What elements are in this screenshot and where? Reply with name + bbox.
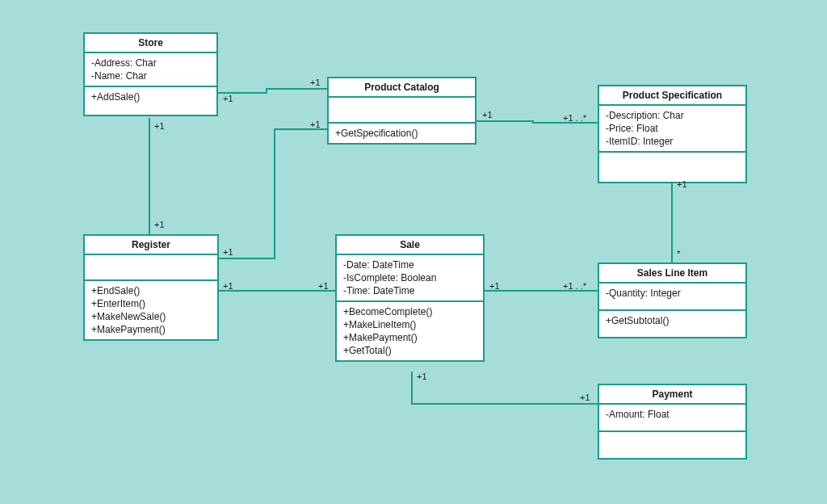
- class-title: Store: [85, 34, 216, 53]
- class-title: Sale: [337, 236, 483, 255]
- method: +MakePayment(): [91, 323, 211, 336]
- method: +MakePayment(): [343, 331, 476, 344]
- multiplicity: +1: [489, 281, 500, 291]
- multiplicity: +1: [310, 120, 321, 129]
- attribute: -Description: Char: [606, 109, 739, 122]
- attribute: -Name: Char: [91, 69, 210, 82]
- attribute: -Address: Char: [91, 57, 210, 69]
- class-title: Payment: [599, 385, 745, 405]
- class-register[interactable]: Register +EndSale() +EnterItem() +MakeNe…: [83, 234, 219, 341]
- multiplicity: +1: [310, 78, 321, 87]
- method: +MakeLineItem(): [343, 318, 476, 331]
- class-product-catalog[interactable]: Product Catalog +GetSpecification(): [327, 77, 476, 145]
- attributes-section: -Amount: Float: [599, 405, 745, 432]
- attribute: -Price: Float: [606, 122, 739, 135]
- methods-section: [599, 153, 745, 182]
- methods-section: +AddSale(): [85, 87, 216, 115]
- class-title: Product Catalog: [329, 78, 475, 98]
- methods-section: +GetSubtotal(): [599, 311, 745, 337]
- class-title: Register: [85, 236, 217, 255]
- class-title: Product Specification: [599, 86, 745, 106]
- multiplicity: +1: [154, 220, 165, 229]
- multiplicity: +1: [223, 281, 233, 291]
- attributes-section: -Description: Char -Price: Float -ItemID…: [599, 106, 745, 153]
- attribute: -Date: DateTime: [343, 258, 476, 271]
- attributes-section: -Quantity: Integer: [599, 284, 745, 311]
- attributes-section: [85, 255, 217, 281]
- method: +GetTotal(): [343, 344, 476, 357]
- attribute: -Time: DateTime: [343, 284, 476, 297]
- attributes-section: [329, 98, 475, 124]
- class-title: Sales Line Item: [599, 264, 745, 284]
- methods-section: +GetSpecification(): [329, 124, 475, 143]
- attribute: -IsComplete: Boolean: [343, 271, 476, 284]
- method: +GetSubtotal(): [606, 314, 739, 327]
- methods-section: +BecomeComplete() +MakeLineItem() +MakeP…: [337, 302, 483, 360]
- class-sale[interactable]: Sale -Date: DateTime -IsComplete: Boolea…: [335, 234, 485, 362]
- class-sales-line-item[interactable]: Sales Line Item -Quantity: Integer +GetS…: [598, 262, 747, 338]
- multiplicity: +1: [580, 393, 590, 402]
- multiplicity: +1: [677, 179, 687, 189]
- multiplicity: +1: [318, 281, 329, 291]
- class-product-specification[interactable]: Product Specification -Description: Char…: [598, 85, 747, 183]
- method: +AddSale(): [91, 90, 210, 103]
- attribute: -ItemID: Integer: [606, 135, 739, 148]
- multiplicity: *: [677, 249, 680, 258]
- attributes-section: -Date: DateTime -IsComplete: Boolean -Ti…: [337, 255, 483, 302]
- method: +BecomeComplete(): [343, 305, 476, 318]
- method: +EndSale(): [91, 284, 211, 297]
- multiplicity: +1: [417, 372, 427, 381]
- methods-section: +EndSale() +EnterItem() +MakeNewSale() +…: [85, 281, 217, 339]
- attribute: -Quantity: Integer: [606, 287, 739, 300]
- attributes-section: -Address: Char -Name: Char: [85, 53, 216, 87]
- method: +EnterItem(): [91, 297, 211, 310]
- method: +GetSpecification(): [335, 127, 468, 140]
- multiplicity: +1: [154, 121, 165, 131]
- attribute: -Amount: Float: [606, 408, 739, 421]
- multiplicity: +1 . .*: [563, 281, 586, 291]
- methods-section: [599, 432, 745, 458]
- multiplicity: +1 . .*: [563, 113, 586, 123]
- class-payment[interactable]: Payment -Amount: Float: [598, 384, 747, 460]
- multiplicity: +1: [223, 247, 233, 257]
- multiplicity: +1: [223, 94, 233, 103]
- multiplicity: +1: [482, 110, 493, 120]
- class-store[interactable]: Store -Address: Char -Name: Char +AddSal…: [83, 32, 218, 116]
- method: +MakeNewSale(): [91, 310, 211, 323]
